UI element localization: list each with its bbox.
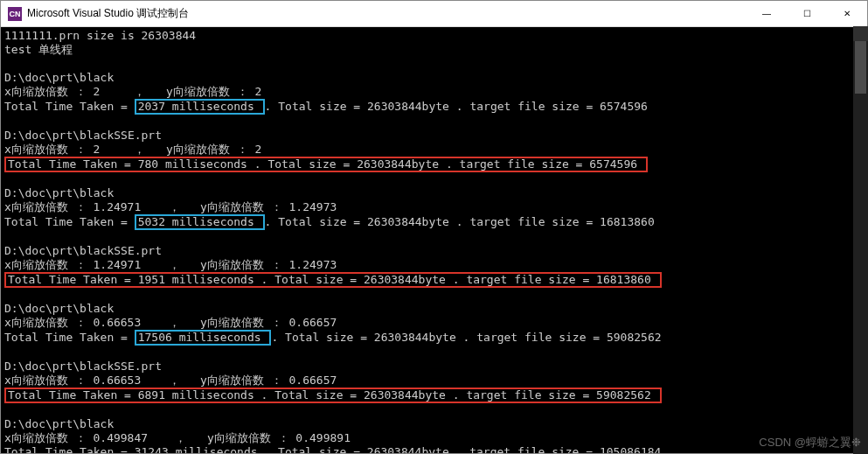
path-1: D:\doc\prt\blackSSE.prt <box>4 129 162 142</box>
scale-y-label-1: y向缩放倍数 ： <box>166 143 248 156</box>
scroll-thumb[interactable] <box>855 41 866 94</box>
time-prefix-2: Total Time Taken = <box>4 215 135 228</box>
path-6: D:\doc\prt\black <box>4 417 114 430</box>
full-line-1: Total Time Taken = 780 milliseconds . To… <box>4 157 648 172</box>
scale-x-3: 1.24971 ， <box>87 258 200 271</box>
scale-y-label-0: y向缩放倍数 ： <box>166 85 248 98</box>
scale-y-label-4: y向缩放倍数 ： <box>200 316 282 329</box>
path-4: D:\doc\prt\black <box>4 302 114 315</box>
scale-x-1: 2 ， <box>87 143 166 156</box>
time-prefix-4: Total Time Taken = <box>4 331 135 344</box>
scale-x-label-6: x向缩放倍数 ： <box>4 431 87 444</box>
titlebar[interactable]: CN Microsoft Visual Studio 调试控制台 — ☐ ✕ <box>1 1 867 27</box>
watermark: CSDN @蜉蝣之翼❉ <box>759 435 861 451</box>
time-value-4: 17506 milliseconds <box>135 330 272 346</box>
vertical-scrollbar[interactable] <box>853 26 868 454</box>
intro-line1: 1111111.prn size is 26303844 <box>4 29 196 42</box>
scale-x-label-4: x向缩放倍数 ： <box>4 316 87 329</box>
scale-y-5: 0.66657 <box>282 374 337 387</box>
path-2: D:\doc\prt\black <box>4 186 114 199</box>
scale-y-3: 1.24973 <box>282 258 337 271</box>
time-value-0: 2037 milliseconds <box>135 99 265 115</box>
scale-x-label-0: x向缩放倍数 ： <box>4 85 87 98</box>
close-button[interactable]: ✕ <box>827 1 867 26</box>
scale-x-label-2: x向缩放倍数 ： <box>4 200 87 213</box>
time-value-2: 5032 milliseconds <box>135 214 265 230</box>
scale-y-1: 2 <box>248 143 262 156</box>
rest-2: . Total size = 26303844byte . target fil… <box>265 215 655 228</box>
scale-x-4: 0.66653 ， <box>87 316 200 329</box>
scale-y-0: 2 <box>248 85 262 98</box>
path-3: D:\doc\prt\blackSSE.prt <box>4 244 162 257</box>
scale-x-6: 0.499847 ， <box>87 431 207 444</box>
scale-y-6: 0.499891 <box>289 431 351 444</box>
scale-y-4: 0.66657 <box>282 316 337 329</box>
window-title: Microsoft Visual Studio 调试控制台 <box>27 6 746 21</box>
scale-x-2: 1.24971 ， <box>87 200 200 213</box>
path-5: D:\doc\prt\blackSSE.prt <box>4 360 162 373</box>
time-prefix-0: Total Time Taken = <box>4 100 135 113</box>
time-prefix-6: Total Time Taken = 31243 milliseconds . … <box>4 445 661 453</box>
window-controls: — ☐ ✕ <box>746 1 867 26</box>
scale-y-label-3: y向缩放倍数 ： <box>200 258 282 271</box>
minimize-button[interactable]: — <box>746 1 787 26</box>
scale-x-label-3: x向缩放倍数 ： <box>4 258 87 271</box>
scale-x-5: 0.66653 ， <box>87 374 200 387</box>
path-0: D:\doc\prt\black <box>4 71 114 84</box>
scale-y-2: 1.24973 <box>282 200 337 213</box>
scale-y-label-6: y向缩放倍数 ： <box>207 431 289 444</box>
app-window: CN Microsoft Visual Studio 调试控制台 — ☐ ✕ 1… <box>0 0 868 454</box>
scale-y-label-5: y向缩放倍数 ： <box>200 374 282 387</box>
full-line-3: Total Time Taken = 1951 milliseconds . T… <box>4 272 662 288</box>
maximize-button[interactable]: ☐ <box>787 1 827 26</box>
scroll-up-arrow[interactable] <box>853 26 868 41</box>
scale-x-label-5: x向缩放倍数 ： <box>4 374 87 387</box>
full-line-5: Total Time Taken = 6891 milliseconds . T… <box>4 388 662 403</box>
rest-4: . Total size = 26303844byte . target fil… <box>271 331 661 344</box>
scale-x-label-1: x向缩放倍数 ： <box>4 143 87 156</box>
intro-line2: test 单线程 <box>4 43 73 56</box>
scale-y-label-2: y向缩放倍数 ： <box>200 200 282 213</box>
app-icon: CN <box>8 7 22 21</box>
scale-x-0: 2 ， <box>87 85 166 98</box>
console-output[interactable]: 1111111.prn size is 26303844 test 单线程 D:… <box>1 27 867 453</box>
rest-0: . Total size = 26303844byte . target fil… <box>265 100 648 113</box>
